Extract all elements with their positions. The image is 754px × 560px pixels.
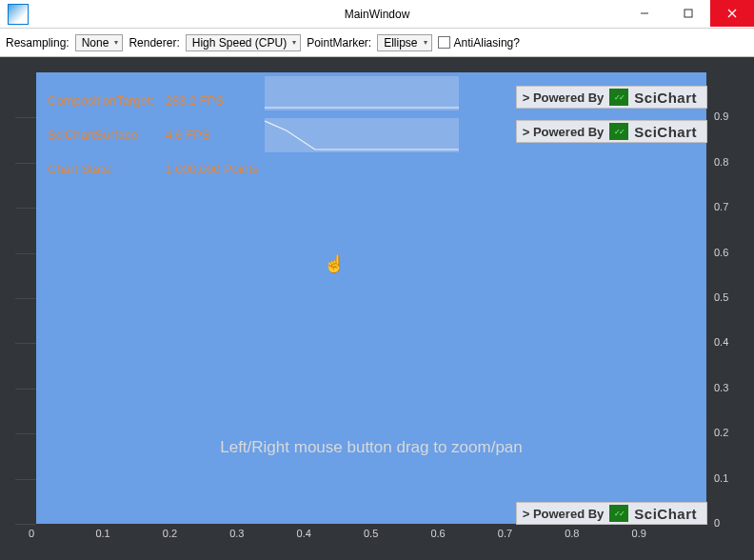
toolbar: Resampling: None ▾ Renderer: High Speed … [0,29,754,57]
resampling-combo[interactable]: None ▾ [75,34,124,51]
stat-chart: Chart Stats: 1,000,000 Points [48,162,258,176]
x-tick: 0.6 [430,528,445,539]
powered-by-badge[interactable]: > Powered By SciChart [516,502,707,525]
x-tick: 0.4 [297,528,311,539]
app-icon [8,4,29,25]
stat-value: 283.2 FPS [166,93,224,108]
chart-container: CompositionTarget: 283.2 FPS SciChartSur… [0,57,754,560]
minimize-button[interactable] [623,0,666,27]
y-tick: 0.4 [714,336,728,348]
x-tick: 0.9 [632,528,646,539]
stat-value: 1,000,000 Points [166,162,259,176]
stat-label: Chart Stats: [48,162,162,176]
powered-prefix: > Powered By [517,125,610,139]
svg-rect-1 [685,10,692,17]
antialias-checkbox[interactable]: AntiAliasing? [438,36,520,50]
powered-brand: SciChart [634,124,706,140]
renderer-label: Renderer: [129,36,179,50]
x-tick: 0.8 [565,528,579,539]
titlebar: MainWindow [0,0,754,29]
checkbox-icon [438,36,450,49]
x-axis: 00.10.20.30.40.50.60.70.80.9 [36,524,706,545]
y-tick: 0.2 [714,427,728,438]
sparkline-fps_surface [265,118,459,152]
scichart-logo-icon [609,89,628,106]
resampling-label: Resampling: [6,36,69,50]
plot-area[interactable]: CompositionTarget: 283.2 FPS SciChartSur… [36,72,706,524]
y-axis-gutter [15,72,36,524]
x-tick: 0.2 [163,528,177,539]
maximize-button[interactable] [666,0,710,27]
y-tick: 0.9 [714,110,728,122]
powered-by-badge[interactable]: > Powered By SciChart [516,120,707,143]
cursor-hand-icon: ☝ [324,253,345,274]
close-button[interactable] [710,0,754,27]
x-tick: 0.3 [229,528,244,539]
powered-prefix: > Powered By [517,90,610,105]
stat-value: 4.6 FPS [166,128,210,142]
renderer-combo[interactable]: High Speed (CPU) ▾ [186,34,301,51]
y-tick: 0.5 [714,291,728,303]
pointmarker-label: PointMarker: [307,36,371,50]
y-axis: 00.10.20.30.40.50.60.70.80.9 [706,72,739,524]
y-tick: 0.7 [714,201,728,212]
pointmarker-value: Ellipse [384,36,417,50]
chevron-down-icon: ▾ [114,38,118,47]
powered-brand: SciChart [634,506,706,522]
x-tick: 0.7 [498,528,512,539]
scichart-logo-icon [609,505,628,522]
stat-label: CompositionTarget: [48,93,162,108]
renderer-value: High Speed (CPU) [192,36,287,50]
powered-prefix: > Powered By [517,507,610,521]
chevron-down-icon: ▾ [424,38,427,47]
window-controls [623,0,754,27]
powered-by-badge[interactable]: > Powered By SciChart [516,86,707,109]
stat-comp-target: CompositionTarget: 283.2 FPS [48,93,224,108]
y-tick: 0.6 [714,247,728,258]
antialias-label: AntiAliasing? [454,36,520,50]
y-tick: 0.8 [714,156,728,168]
chart-surface[interactable]: CompositionTarget: 283.2 FPS SciChartSur… [15,72,739,545]
svg-rect-4 [265,76,459,110]
window-title: MainWindow [345,8,410,21]
x-tick: 0.1 [95,528,109,539]
scichart-logo-icon [609,123,628,140]
y-tick: 0.1 [714,472,728,484]
stat-surface: SciChartSurface: 4.6 FPS [48,128,210,142]
y-tick: 0 [714,517,720,529]
stat-label: SciChartSurface: [48,128,162,142]
sparkline-fps_comp_target [265,76,459,110]
y-tick: 0.3 [714,382,728,393]
zoom-pan-hint: Left/Right mouse button drag to zoom/pan [220,438,523,457]
x-tick: 0.5 [364,528,378,539]
powered-brand: SciChart [634,90,706,106]
x-tick: 0 [29,528,34,539]
resampling-value: None [82,36,109,50]
chevron-down-icon: ▾ [292,38,296,47]
pointmarker-combo[interactable]: Ellipse ▾ [377,34,431,51]
